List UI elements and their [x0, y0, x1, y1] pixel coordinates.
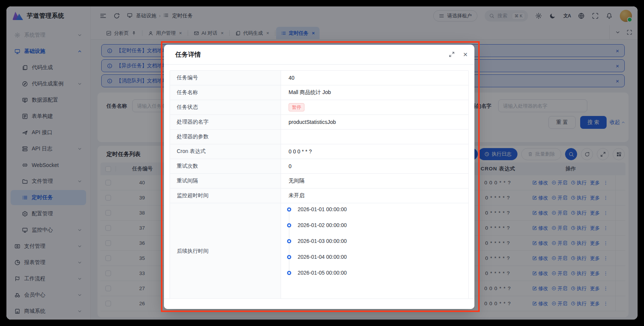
modal-footer [164, 298, 474, 309]
status-badge: 暂停 [289, 103, 304, 111]
timeline-item: 2026-01-05 00:00:00 [281, 268, 468, 277]
detail-row: 任务状态暂停 [170, 100, 468, 115]
modal-close-icon[interactable]: × [463, 51, 468, 57]
detail-label: 监控超时时间 [170, 188, 281, 203]
detail-value: productStatisticsJob [281, 115, 468, 129]
detail-label: Cron 表达式 [170, 144, 281, 159]
timeline-timestamp: 2026-01-04 00:00:00 [298, 254, 347, 260]
detail-value: 40 [281, 71, 468, 85]
timeline-dot-icon [287, 271, 291, 275]
detail-label: 重试次数 [170, 159, 281, 173]
task-detail-table: 任务编号40任务名称Mall 商品统计 Job任务状态暂停处理器的名字produ… [170, 70, 469, 299]
timeline-dot-icon [287, 239, 291, 243]
detail-label: 任务编号 [170, 71, 281, 85]
modal-header-divider [164, 64, 474, 65]
detail-row: 监控超时时间未开启 [170, 188, 468, 203]
task-detail-modal: 任务详情 × 任务编号40任务名称Mall 商品统计 Job任务状态暂停处理器的… [164, 45, 474, 309]
detail-label: 任务名称 [170, 85, 281, 100]
timeline-timestamp: 2026-01-03 00:00:00 [298, 238, 347, 244]
detail-row: 处理器的名字productStatisticsJob [170, 115, 468, 130]
timeline-dot-icon [287, 207, 291, 212]
detail-value: 0 [281, 159, 468, 173]
detail-row: 重试次数0 [170, 159, 468, 174]
timeline-item: 2026-01-03 00:00:00 [281, 236, 468, 246]
detail-label: 处理器的名字 [170, 115, 281, 129]
app-window: 芋道管理系统 系统管理基础设施代码生成代码生成案例数据源配置表单构建API 接口… [6, 6, 638, 320]
timeline-dot-icon [287, 223, 291, 227]
detail-row: Cron 表达式0 0 0 * * ? [170, 144, 468, 159]
timeline-timestamp: 2026-01-01 00:00:00 [298, 206, 347, 212]
timeline-timestamp: 2026-01-02 00:00:00 [298, 222, 347, 228]
detail-row: 任务名称Mall 商品统计 Job [170, 85, 468, 100]
timeline-dot-icon [287, 255, 291, 259]
detail-value: 暂停 [281, 100, 468, 114]
modal-tools: × [449, 51, 468, 57]
detail-value: 无间隔 [281, 174, 468, 188]
timeline-item: 2026-01-02 00:00:00 [281, 221, 468, 230]
detail-row: 任务编号40 [170, 71, 468, 85]
detail-row: 重试间隔无间隔 [170, 174, 468, 188]
detail-label: 重试间隔 [170, 174, 281, 188]
timeline-item: 2026-01-01 00:00:00 [281, 205, 468, 214]
detail-label: 任务状态 [170, 100, 281, 114]
detail-label: 处理器的参数 [170, 130, 281, 144]
detail-value: 未开启 [281, 188, 468, 203]
timeline-item: 2026-01-04 00:00:00 [281, 252, 468, 261]
next-run-timeline: 2026-01-01 00:00:002026-01-02 00:00:0020… [281, 203, 468, 299]
modal-header: 任务详情 × [164, 45, 474, 64]
detail-value: 0 0 0 * * ? [281, 144, 468, 159]
detail-row-timeline: 后续执行时间2026-01-01 00:00:002026-01-02 00:0… [170, 203, 468, 299]
detail-label: 后续执行时间 [170, 203, 281, 299]
modal-maximize-icon[interactable] [449, 51, 455, 57]
timeline-timestamp: 2026-01-05 00:00:00 [298, 270, 347, 276]
detail-value [281, 130, 468, 144]
modal-title: 任务详情 [175, 50, 201, 59]
detail-row: 处理器的参数 [170, 130, 468, 144]
detail-value: Mall 商品统计 Job [281, 85, 468, 100]
